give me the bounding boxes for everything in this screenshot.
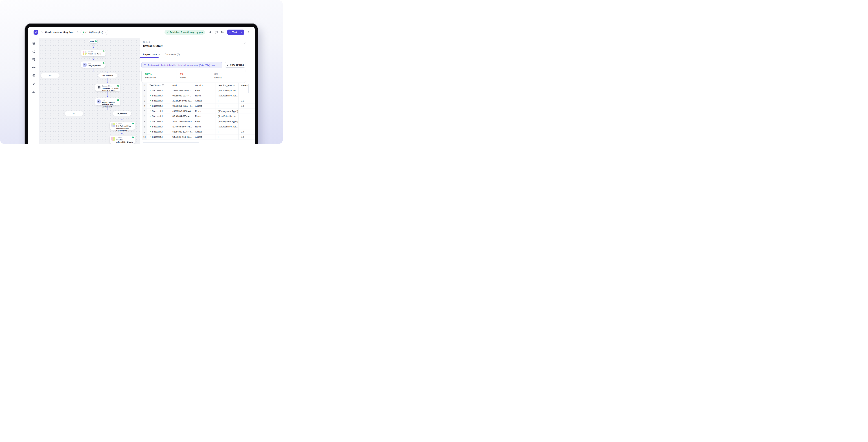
row-index-cell: 8 — [142, 124, 147, 129]
close-icon — [244, 42, 246, 44]
success-check-icon: ✓ — [150, 131, 151, 133]
table-row[interactable]: 4 ✓ Successful 03668361-76aa-44... Accep… — [142, 103, 255, 109]
test-split-button[interactable]: Test — [227, 30, 244, 35]
chevron-down-icon — [104, 32, 106, 33]
sidebar-braces-icon[interactable] — [31, 49, 36, 54]
table-row[interactable]: 10 ✓ Successful f0f55630-2feb-493... Acc… — [142, 134, 255, 140]
node-group-icon — [83, 51, 87, 55]
stat-successful: 100% Successful — [142, 70, 176, 82]
column-header-rejection-reasons[interactable]: rejection_reasons — [216, 83, 239, 88]
vertical-scrollbar-thumb[interactable] — [248, 84, 249, 93]
node-pull-relevant-data[interactable]: 8 nodes Pull Relevant Data across Source… — [110, 122, 135, 130]
panel-tabs: Inspect data Comments (0) — [143, 51, 180, 58]
topbar-actions: Published 2 months ago by you Test — [164, 30, 250, 35]
table-row[interactable]: 8 ✓ Successful f138f6cb-fb50-471... Reje… — [142, 124, 255, 129]
sidebar-activity-icon[interactable] — [31, 65, 36, 70]
sidebar-sliders-icon[interactable] — [31, 57, 36, 62]
row-index-cell: 5 — [142, 109, 147, 114]
stat-label: Failed — [180, 76, 211, 79]
rejection-reasons-cell: [] — [216, 103, 239, 108]
stat-label: Ignored — [214, 76, 246, 79]
sidebar-test-tube-icon[interactable] — [31, 81, 36, 86]
branch-pill-yes[interactable]: Yes — [40, 73, 60, 78]
sidebar-notebook-icon[interactable] — [31, 73, 36, 78]
table-row[interactable]: 3 ✓ Successful 2f225956-89d8-48... Accep… — [142, 98, 255, 103]
uuid-cell: 2f225956-89d8-48... — [170, 98, 193, 103]
test-run-banner: Test run with the test data file Histori… — [142, 62, 222, 68]
interest-cell — [239, 88, 255, 93]
table-row[interactable]: 1 ✓ Successful 282a839e-d68d-47... Rejec… — [142, 88, 255, 93]
view-options-button[interactable]: View options — [225, 62, 245, 68]
uuid-cell: ab4a11be-f5b5-41cf... — [170, 119, 193, 124]
column-header-decision[interactable]: decision — [193, 83, 216, 88]
test-status-cell: ✓ Successful — [147, 93, 170, 98]
app-body: Input ✓ 7 nodes Knock-out Rules ✓ — [28, 38, 255, 144]
test-status-cell: ✓ Successful — [147, 88, 170, 93]
branch-pill-no-continue[interactable]: No, continue — [98, 73, 117, 78]
column-header-interest[interactable]: interest — [239, 83, 255, 88]
branch-pill-no-continue[interactable]: No, continue — [113, 111, 131, 116]
view-options-label: View options — [230, 64, 244, 66]
column-header-uuid[interactable]: uuid — [170, 83, 193, 88]
stat-value: 0% — [214, 73, 246, 75]
node-knock-out-rules[interactable]: 7 nodes Knock-out Rules ✓ — [81, 49, 105, 56]
version-label: v11.0 (Champion) — [85, 31, 103, 34]
sidebar-database-icon[interactable] — [31, 41, 36, 45]
comments-button[interactable] — [214, 30, 218, 34]
success-check-icon: ✓ — [150, 136, 151, 138]
branch-pill-yes[interactable]: Yes — [65, 111, 83, 116]
sidebar-bar-chart-icon[interactable] — [31, 90, 36, 94]
interest-cell: 0.9 — [239, 129, 255, 134]
rejection-reasons-cell: [] — [216, 98, 239, 103]
test-run-banner-text: Test run with the test data file Histori… — [148, 64, 215, 67]
node-conduct-affordability[interactable]: 2 nodes Conduct Affordability Checks ✓ — [110, 136, 135, 144]
chevron-down-icon — [241, 32, 243, 33]
stat-label: Successful — [145, 76, 176, 79]
column-header-index[interactable]: # — [142, 83, 147, 88]
success-check-icon: ✓ — [150, 100, 151, 102]
status-text: Successful — [152, 110, 162, 112]
node-early-rejection[interactable]: Split Early Rejection? ✓ — [81, 62, 105, 68]
tab-comments[interactable]: Comments (0) — [165, 53, 180, 56]
status-text: Successful — [152, 115, 162, 117]
interest-cell — [239, 124, 255, 129]
row-index-cell: 4 — [142, 103, 147, 108]
table-row[interactable]: 5 ✓ Successful c37203b9-d738-44... Rejec… — [142, 109, 255, 114]
taktile-logo-icon[interactable] — [34, 30, 38, 35]
close-panel-button[interactable] — [243, 41, 247, 45]
decision-cell: Reject — [193, 119, 216, 124]
decision-flow-icon — [97, 85, 101, 89]
node-kyc-checks[interactable]: Decision Flow Conduct KYC, Fraud and AML… — [95, 84, 120, 91]
column-header-test-status[interactable]: Test Status — [147, 83, 170, 88]
more-options-button[interactable] — [247, 30, 250, 34]
flow-canvas[interactable]: Input ✓ 7 nodes Knock-out Rules ✓ — [39, 38, 140, 144]
table-row[interactable]: 7 ✓ Successful ab4a11be-f5b5-41cf... Rej… — [142, 119, 255, 124]
test-run-action[interactable]: Test — [227, 30, 239, 35]
status-text: Successful — [152, 131, 162, 133]
filter-icon — [226, 64, 229, 66]
table-row[interactable]: 9 ✓ Successful 52e64bb8-1235-48... Accep… — [142, 129, 255, 135]
branch-label: Yes — [49, 75, 52, 77]
tab-inspect-data[interactable]: Inspect data — [143, 53, 160, 56]
interest-cell: 0.9 — [239, 103, 255, 108]
table-row[interactable]: 2 ✓ Successful 9995bb8d-9d34-4... Reject… — [142, 93, 255, 98]
node-title: Conduct KYC, Fraud and AML Checks — [102, 87, 119, 92]
search-button[interactable] — [208, 30, 212, 34]
test-status-cell: ✓ Successful — [147, 103, 170, 108]
panel-title: Overall Output — [143, 44, 162, 47]
uuid-cell: 52e64bb8-1235-48... — [170, 129, 193, 134]
test-dropdown-toggle[interactable] — [239, 30, 244, 35]
breadcrumb-flow-name[interactable]: Credit underwriting flow — [45, 31, 73, 34]
node-meta: 7 nodes — [88, 50, 101, 53]
input-node[interactable]: Input ✓ — [89, 39, 97, 43]
table-row[interactable]: 6 ✓ Successful 85c42604-925a-4... Reject… — [142, 114, 255, 119]
success-check-icon: ✓ — [150, 120, 151, 123]
laptop-frame: Credit underwriting flow v11.0 (Champion… — [25, 24, 258, 144]
node-reject-applicant-kyc[interactable]: Split Reject Applicant based on KYC Veri… — [95, 98, 120, 105]
version-selector[interactable]: v11.0 (Champion) — [81, 30, 108, 35]
uuid-cell: 282a839e-d68d-47... — [170, 88, 193, 93]
history-button[interactable] — [220, 30, 224, 34]
horizontal-scrollbar-thumb[interactable] — [143, 142, 198, 143]
rejection-reasons-cell: ["Affordability Chec... — [216, 93, 239, 98]
partial-row — [142, 140, 255, 141]
